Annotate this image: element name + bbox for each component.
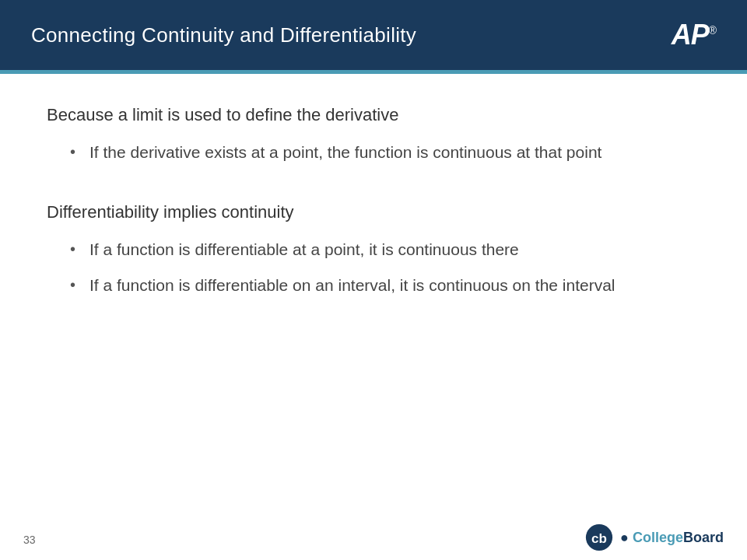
collegeboard-icon: cb: [584, 523, 614, 552]
slide-header: Connecting Continuity and Differentiabil…: [0, 0, 747, 70]
section2-main-point: Differentiability implies continuity: [47, 202, 700, 222]
section1-bullet-list: If the derivative exists at a point, the…: [70, 141, 700, 163]
section1-main-point: Because a limit is used to define the de…: [47, 105, 700, 125]
slide-title: Connecting Continuity and Differentiabil…: [31, 23, 416, 47]
slide-number: 33: [23, 534, 36, 546]
section-gap: [47, 187, 700, 202]
collegeboard-text: ● CollegeBoard: [620, 530, 724, 546]
list-item: If a function is differentiable at a poi…: [70, 238, 700, 261]
svg-text:cb: cb: [591, 531, 607, 546]
section2-bullet-list: If a function is differentiable at a poi…: [70, 238, 700, 296]
slide-content: Because a limit is used to define the de…: [0, 74, 747, 351]
collegeboard-logo: cb ● CollegeBoard: [584, 523, 724, 552]
ap-logo: AP®: [672, 19, 716, 51]
list-item: If a function is differentiable on an in…: [70, 274, 700, 296]
list-item: If the derivative exists at a point, the…: [70, 141, 700, 163]
